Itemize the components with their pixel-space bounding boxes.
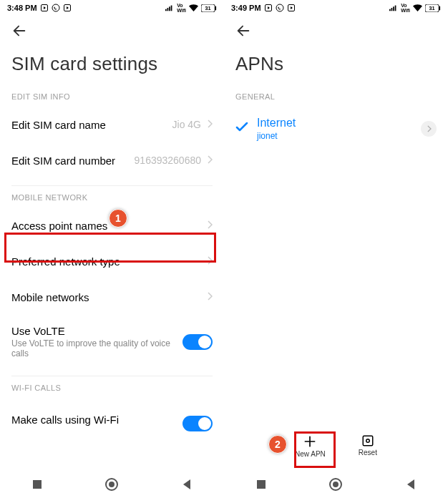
svg-rect-17	[389, 9, 391, 11]
android-nav-bar	[0, 471, 448, 498]
value-sim-number: 916393260680	[135, 155, 201, 166]
toggle-wifi-calls[interactable]	[182, 416, 213, 431]
screencast-icon	[40, 4, 49, 12]
page-title: APNs	[224, 46, 448, 92]
label-edit-sim-name: Edit SIM card name	[11, 119, 172, 131]
svg-rect-5	[165, 9, 167, 11]
signal-icon	[389, 4, 398, 11]
row-use-volte[interactable]: Use VoLTE Use VoLTE to improve the quali…	[0, 315, 224, 368]
label-mobile-networks: Mobile networks	[11, 291, 207, 303]
status-bar: 3:49 PM VoWifi 31	[224, 0, 448, 16]
status-time: 3:48 PM	[7, 4, 37, 12]
section-mobile-network: MOBILE NETWORK	[0, 193, 224, 208]
back-arrow-icon[interactable]	[11, 29, 27, 41]
new-apn-label: New APN	[295, 450, 326, 458]
chevron-right-icon	[207, 290, 213, 303]
svg-marker-33	[407, 479, 414, 489]
annotation-badge-1: 1	[109, 209, 127, 228]
svg-point-2	[52, 4, 59, 11]
svg-rect-30	[257, 480, 266, 489]
chevron-right-icon	[207, 255, 213, 268]
chevron-right-icon	[207, 219, 213, 232]
battery-icon: 31	[425, 4, 441, 12]
svg-marker-16	[291, 6, 293, 9]
nav-home-button[interactable]	[97, 471, 126, 498]
label-edit-sim-number: Edit SIM card number	[11, 155, 135, 167]
svg-point-32	[333, 482, 339, 487]
svg-marker-1	[44, 6, 46, 9]
annotation-badge-2: 2	[268, 435, 287, 454]
svg-rect-24	[363, 436, 373, 446]
section-edit-sim-info: EDIT SIM INFO	[0, 92, 224, 107]
label-wifi-calls: Make calls using Wi-Fi	[11, 414, 182, 426]
svg-rect-10	[215, 6, 216, 10]
whatsapp-icon	[276, 4, 284, 12]
sim-settings-screen: 3:48 PM VoWifi 31 SIM card settings EDIT…	[0, 0, 224, 471]
back-arrow-icon[interactable]	[235, 29, 251, 41]
nav-recent-button[interactable]	[23, 471, 52, 498]
wifi-icon	[413, 4, 422, 11]
check-icon	[235, 122, 248, 135]
svg-text:31: 31	[429, 5, 435, 11]
apn-sub: jionet	[257, 131, 296, 141]
nav-recent-button[interactable]	[247, 471, 276, 498]
svg-rect-22	[439, 6, 440, 10]
divider	[11, 376, 213, 376]
nav-back-button[interactable]	[172, 471, 201, 498]
new-apn-button[interactable]: New APN	[289, 431, 331, 461]
volte-icon: VoWifi	[177, 3, 186, 13]
battery-icon: 31	[201, 4, 217, 12]
status-bar: 3:48 PM VoWifi 31	[0, 0, 224, 16]
svg-point-28	[109, 482, 115, 487]
svg-point-25	[366, 439, 370, 443]
svg-rect-8	[171, 6, 172, 11]
section-wifi-calls: WI-FI CALLS	[0, 384, 224, 398]
label-pref-net: Preferred network type	[11, 255, 207, 268]
toggle-volte[interactable]	[182, 334, 213, 350]
svg-rect-18	[391, 8, 393, 11]
row-wifi-calls[interactable]: Make calls using Wi-Fi	[0, 398, 224, 434]
svg-rect-7	[169, 6, 170, 11]
svg-marker-13	[268, 6, 270, 9]
signal-icon	[165, 4, 174, 11]
apn-name: Internet	[257, 117, 296, 130]
reset-label: Reset	[359, 449, 377, 456]
chevron-right-icon	[207, 118, 213, 131]
status-time: 3:49 PM	[231, 4, 261, 12]
svg-marker-4	[67, 6, 69, 9]
svg-text:31: 31	[205, 5, 211, 11]
reset-button[interactable]: Reset	[353, 431, 383, 461]
label-volte: Use VoLTE	[11, 325, 182, 337]
svg-rect-19	[393, 6, 394, 11]
row-mobile-networks[interactable]: Mobile networks	[0, 279, 224, 315]
sub-volte: Use VoLTE to improve the quality of voic…	[11, 338, 182, 358]
screencast-icon	[264, 4, 273, 12]
section-general: GENERAL	[224, 92, 448, 107]
chevron-right-icon	[207, 154, 213, 167]
volte-icon: VoWifi	[401, 3, 410, 13]
row-preferred-network-type[interactable]: Preferred network type	[0, 243, 224, 279]
svg-rect-20	[395, 6, 396, 11]
nav-back-button[interactable]	[396, 471, 425, 498]
svg-rect-6	[167, 8, 169, 11]
apn-detail-button[interactable]	[421, 121, 437, 137]
page-title: SIM card settings	[0, 46, 224, 92]
svg-rect-26	[33, 480, 42, 489]
svg-point-14	[276, 4, 283, 11]
apn-item-internet[interactable]: Internet jionet	[224, 107, 448, 151]
divider	[11, 185, 213, 186]
plus-icon	[303, 434, 317, 449]
apns-screen: 3:49 PM VoWifi 31 APNs GENERAL Internet …	[224, 0, 448, 471]
nav-home-button[interactable]	[321, 471, 350, 498]
row-edit-sim-name[interactable]: Edit SIM card name Jio 4G	[0, 107, 224, 142]
row-edit-sim-number[interactable]: Edit SIM card number 916393260680	[0, 142, 224, 178]
wifi-icon	[189, 4, 198, 11]
value-sim-name: Jio 4G	[172, 119, 201, 130]
whatsapp-icon	[52, 4, 60, 12]
svg-marker-29	[183, 479, 190, 489]
screencast-icon-2	[287, 4, 296, 12]
reset-icon	[361, 434, 374, 447]
screencast-icon-2	[63, 4, 72, 12]
